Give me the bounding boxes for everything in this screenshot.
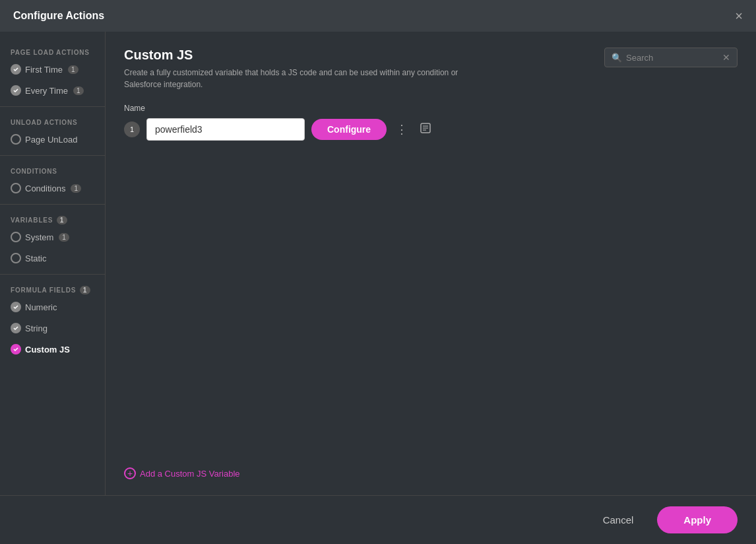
cancel-button[interactable]: Cancel	[590, 508, 647, 532]
static-check-icon	[11, 253, 21, 263]
sidebar-divider-2	[0, 155, 105, 156]
search-input[interactable]	[626, 53, 718, 63]
apply-button[interactable]: Apply	[657, 506, 738, 533]
search-bar[interactable]: 🔍 ✕	[604, 48, 738, 67]
sidebar-item-custom-js[interactable]: Custom JS	[0, 339, 105, 360]
footer: Cancel Apply	[0, 495, 756, 544]
string-label: String	[25, 323, 47, 333]
formula-fields-section-label: FORMULA FIELDS 1	[0, 280, 105, 296]
clear-search-icon[interactable]: ✕	[722, 52, 730, 63]
every-time-badge: 1	[73, 86, 84, 95]
page-unload-check-icon	[11, 134, 21, 145]
close-button[interactable]: ×	[735, 9, 743, 22]
content-description: Create a fully customized variable that …	[124, 67, 493, 90]
numeric-check-icon	[11, 302, 21, 312]
modal-body: PAGE LOAD ACTIONS First Time 1 Every Tim…	[0, 32, 756, 495]
sidebar-divider-1	[0, 106, 105, 107]
system-check-icon	[11, 232, 21, 242]
system-label: System	[25, 232, 53, 242]
first-time-label: First Time	[25, 65, 63, 75]
search-icon: 🔍	[612, 53, 622, 63]
item-number: 1	[124, 121, 140, 137]
page-load-actions-label: PAGE LOAD ACTIONS	[0, 42, 105, 59]
item-name-input[interactable]	[146, 118, 305, 141]
conditions-badge: 1	[71, 184, 81, 193]
first-time-badge: 1	[68, 65, 79, 74]
every-time-label: Every Time	[25, 86, 68, 96]
name-label: Name	[124, 104, 738, 113]
sidebar-divider-4	[0, 274, 105, 275]
add-circle-icon: +	[124, 467, 136, 479]
sidebar-item-static[interactable]: Static	[0, 248, 105, 269]
conditions-check-icon	[11, 183, 21, 193]
sidebar-item-system[interactable]: System 1	[0, 226, 105, 248]
sidebar-item-first-time[interactable]: First Time 1	[0, 59, 105, 80]
unload-actions-label: UNLOAD ACTIONS	[0, 112, 105, 129]
variables-section-label: VARIABLES 1	[0, 210, 105, 226]
configure-button[interactable]: Configure	[311, 119, 387, 140]
modal-header: Configure Actions ×	[0, 0, 756, 32]
conditions-label: Conditions	[25, 184, 65, 193]
formula-fields-badge: 1	[80, 286, 90, 294]
item-row: 1 Configure ⋮	[124, 118, 738, 141]
sidebar-item-every-time[interactable]: Every Time 1	[0, 80, 105, 101]
sidebar-divider-3	[0, 204, 105, 205]
sidebar-item-numeric[interactable]: Numeric	[0, 296, 105, 318]
content-title: Custom JS	[124, 48, 493, 63]
sidebar-item-string[interactable]: String	[0, 318, 105, 339]
note-icon[interactable]	[417, 119, 434, 139]
conditions-section-label: CONDITIONS	[0, 161, 105, 178]
modal: Configure Actions × PAGE LOAD ACTIONS Fi…	[0, 0, 756, 544]
main-content: Custom JS Create a fully customized vari…	[106, 32, 756, 495]
page-unload-label: Page UnLoad	[25, 135, 78, 145]
add-custom-js-link[interactable]: + Add a Custom JS Variable	[124, 457, 738, 479]
static-label: Static	[25, 254, 47, 263]
content-header: Custom JS Create a fully customized vari…	[124, 48, 738, 90]
numeric-label: Numeric	[25, 302, 57, 312]
first-time-check-icon	[11, 64, 21, 75]
modal-title: Configure Actions	[13, 10, 104, 22]
sidebar: PAGE LOAD ACTIONS First Time 1 Every Tim…	[0, 32, 106, 495]
string-check-icon	[11, 323, 21, 333]
add-link-label: Add a Custom JS Variable	[140, 469, 240, 479]
sidebar-item-conditions[interactable]: Conditions 1	[0, 178, 105, 199]
custom-js-label: Custom JS	[25, 345, 70, 355]
sidebar-item-page-unload[interactable]: Page UnLoad	[0, 129, 105, 150]
content-header-left: Custom JS Create a fully customized vari…	[124, 48, 493, 90]
variables-badge: 1	[57, 216, 67, 224]
custom-js-check-icon	[11, 344, 21, 355]
content-area: Name 1 Configure ⋮	[124, 104, 738, 479]
every-time-check-icon	[11, 85, 21, 96]
more-options-icon[interactable]: ⋮	[393, 119, 410, 139]
system-badge: 1	[59, 233, 69, 242]
